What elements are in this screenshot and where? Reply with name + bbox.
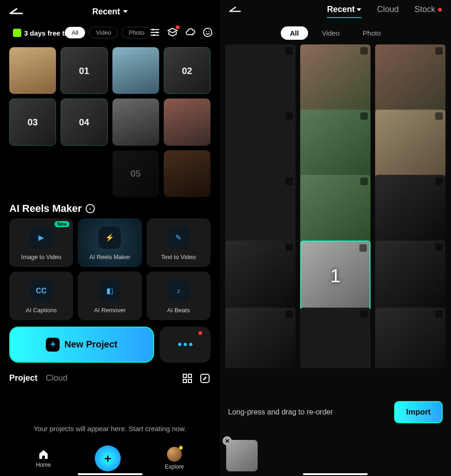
bolt-icon: ⚡ (105, 233, 114, 242)
media-grid[interactable]: 1 (220, 44, 451, 368)
expand-icon (359, 244, 367, 252)
template-item[interactable]: 01 (61, 47, 107, 94)
tab-label: Stock (414, 5, 435, 14)
expand-icon (435, 310, 443, 318)
notification-dot (198, 331, 202, 335)
fab-create[interactable]: + (95, 445, 121, 471)
tray-item[interactable]: ✕ (226, 440, 258, 471)
media-item[interactable] (375, 241, 445, 311)
expand-icon (285, 243, 293, 251)
expand-icon (435, 112, 443, 120)
ai-remover[interactable]: ◧ AI Remover (78, 272, 142, 320)
template-number: 03 (28, 117, 38, 127)
import-button[interactable]: Import (394, 401, 443, 423)
ai-card-label: AI Beats (150, 307, 207, 314)
home-indicator (78, 473, 142, 475)
template-number: 01 (79, 65, 89, 76)
media-item[interactable] (300, 44, 371, 115)
expand-icon (201, 50, 208, 56)
cloud-icon[interactable] (185, 27, 196, 38)
media-item[interactable] (375, 308, 445, 368)
ai-text-to-video[interactable]: ✎ Text to Video (147, 218, 210, 267)
new-project-label: New Project (64, 339, 117, 350)
expand-icon (99, 50, 105, 56)
chip-photo[interactable]: Photo (353, 26, 390, 40)
tab-cloud[interactable]: Cloud (377, 5, 399, 14)
chip-all[interactable]: All (281, 26, 308, 40)
more-menu-button[interactable] (160, 327, 210, 363)
expand-icon (202, 153, 208, 159)
template-item[interactable] (164, 150, 210, 197)
pen-icon: ✎ (175, 233, 181, 242)
expand-icon (150, 153, 156, 160)
template-item[interactable] (112, 47, 159, 94)
home-icon (38, 449, 49, 460)
remove-selection-icon[interactable]: ✕ (222, 436, 232, 445)
eraser-icon: ◧ (106, 286, 113, 295)
nav-home[interactable]: Home (36, 449, 51, 468)
tab-stock[interactable]: Stock (414, 5, 442, 14)
template-item[interactable] (112, 99, 159, 145)
media-item[interactable] (225, 241, 296, 311)
crown-icon (13, 29, 21, 37)
ai-reels-maker[interactable]: ⚡ AI Reels Maker (78, 218, 142, 267)
template-number: 04 (79, 117, 89, 127)
media-item[interactable] (300, 110, 371, 180)
nav-label: Home (36, 462, 51, 468)
tab-cloud[interactable]: Cloud (46, 373, 68, 383)
expand-icon (150, 49, 157, 56)
header-title-text: Recent (92, 7, 120, 17)
selection-tray: ✕ (226, 440, 258, 471)
picker-header: Recent Cloud Stock (220, 0, 451, 19)
back-arrow-icon[interactable] (9, 7, 23, 16)
filter-video[interactable]: Video (89, 27, 118, 38)
project-tabs: Project Cloud (0, 369, 220, 388)
nav-explore[interactable]: Explore (165, 447, 184, 470)
academy-icon[interactable] (167, 27, 178, 38)
expand-icon (360, 310, 368, 318)
new-project-row: + New Project (0, 320, 220, 369)
ai-image-to-video[interactable]: New ▶ Image to Video (9, 218, 73, 267)
template-grid: 01 02 03 04 05 (0, 47, 220, 197)
svg-point-2 (153, 34, 155, 36)
expand-icon (285, 310, 293, 318)
settings-sliders-icon[interactable] (149, 27, 161, 38)
media-item[interactable] (225, 44, 296, 115)
template-item[interactable]: 02 (164, 47, 210, 94)
back-arrow-icon[interactable] (229, 5, 241, 14)
media-item-selected[interactable]: 1 (300, 241, 371, 311)
edit-icon[interactable] (199, 373, 210, 384)
expand-icon (360, 47, 368, 55)
expand-icon (285, 178, 293, 185)
header-title-dropdown[interactable]: Recent (92, 7, 127, 17)
media-item[interactable] (225, 175, 296, 245)
filter-photo[interactable]: Photo (122, 27, 151, 38)
ai-card-label: Text to Video (150, 253, 207, 260)
media-item[interactable] (375, 110, 445, 180)
media-item[interactable] (225, 110, 296, 180)
media-item[interactable] (225, 308, 296, 368)
media-item[interactable] (375, 44, 445, 115)
template-item[interactable] (9, 47, 56, 94)
template-item[interactable]: 03 (9, 99, 56, 145)
ai-beats[interactable]: ♪ AI Beats (147, 272, 210, 320)
ai-section-title[interactable]: AI Reels Maker › (0, 197, 220, 218)
svg-point-4 (206, 31, 207, 32)
grid-view-icon[interactable] (182, 373, 193, 384)
media-item[interactable] (375, 175, 445, 245)
template-item[interactable] (164, 99, 210, 145)
smile-icon[interactable] (202, 27, 213, 38)
ai-tools-grid: New ▶ Image to Video ⚡ AI Reels Maker ✎ … (0, 218, 220, 320)
media-item[interactable] (300, 175, 371, 245)
template-item[interactable]: 05 (112, 150, 159, 197)
filter-all[interactable]: All (65, 27, 85, 38)
template-item[interactable]: 04 (61, 99, 107, 145)
nav-label: Explore (165, 464, 184, 470)
tab-recent[interactable]: Recent (327, 5, 361, 14)
ai-captions[interactable]: CC AI Captions (9, 272, 73, 320)
new-project-button[interactable]: + New Project (9, 327, 154, 363)
chip-video[interactable]: Video (313, 26, 349, 40)
svg-rect-6 (183, 374, 186, 377)
tab-project[interactable]: Project (9, 373, 37, 383)
media-item[interactable] (300, 308, 371, 368)
